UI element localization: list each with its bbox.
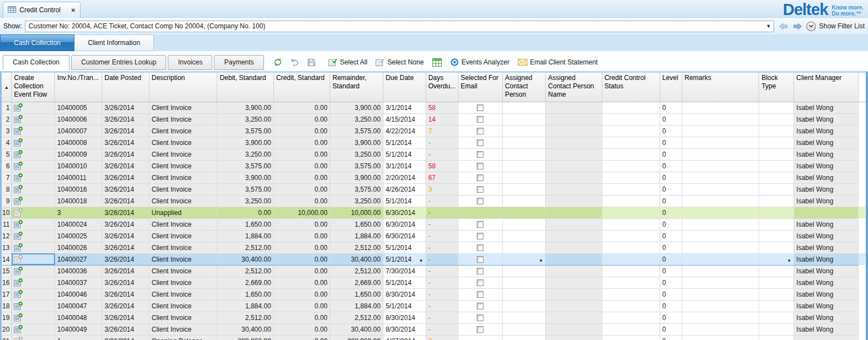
cell-remarks[interactable] xyxy=(682,265,759,277)
cell-selected-for-email[interactable] xyxy=(458,148,503,160)
create-collection-event-icon[interactable] xyxy=(14,266,23,277)
cell-block-type[interactable] xyxy=(759,218,794,230)
cell-remarks[interactable] xyxy=(682,218,759,230)
cell-client-manager[interactable]: Isabel Wong xyxy=(794,265,859,277)
selected-for-email-checkbox[interactable] xyxy=(477,244,483,251)
cell-level[interactable]: 0 xyxy=(660,207,682,218)
create-collection-event-icon[interactable] xyxy=(14,149,23,160)
cell-assigned-contact-person[interactable] xyxy=(502,113,546,125)
cell-credit[interactable]: 0.00 xyxy=(273,218,330,230)
cell-days-overdue[interactable]: - xyxy=(426,277,458,288)
cell-block-type[interactable] xyxy=(759,172,794,183)
cell-description[interactable]: Opening Balance xyxy=(149,335,217,340)
cell-selected-for-email[interactable] xyxy=(458,277,503,288)
cell-date-posted[interactable]: 3/26/2014 xyxy=(102,137,149,148)
cell-credit-control-status[interactable] xyxy=(602,183,660,195)
back-arrow-icon[interactable] xyxy=(777,22,789,31)
cell-remainder[interactable]: 3,575.00 xyxy=(330,160,383,172)
cell-event-flow[interactable] xyxy=(12,207,55,218)
cell-level[interactable]: 0 xyxy=(660,323,682,335)
cell-remarks[interactable] xyxy=(682,207,759,218)
cell-debit[interactable]: 3,900.00 xyxy=(217,102,274,113)
refresh-icon[interactable] xyxy=(270,56,286,69)
cell-debit[interactable]: 30,400.00 xyxy=(217,253,274,265)
cell-due-date[interactable]: 4/22/2014 xyxy=(383,125,426,137)
cell-days-overdue[interactable]: - xyxy=(426,218,458,230)
cell-date-posted[interactable]: 3/26/2014 xyxy=(102,195,149,207)
row-number[interactable]: 11 xyxy=(2,218,12,230)
cell-remarks[interactable] xyxy=(682,137,759,148)
cell-inv-no[interactable]: 10400009 xyxy=(55,148,102,160)
cell-credit[interactable]: 0.00 xyxy=(273,113,330,125)
selected-for-email-checkbox[interactable] xyxy=(477,186,483,193)
cell-days-overdue[interactable]: 2 xyxy=(426,335,458,340)
cell-remainder[interactable]: 2,512.00 xyxy=(330,312,383,323)
cell-selected-for-email[interactable] xyxy=(458,102,503,113)
cell-client-manager[interactable]: Isabel Wong xyxy=(794,277,859,288)
cell-credit[interactable]: 0.00 xyxy=(273,183,330,195)
save-icon[interactable] xyxy=(304,56,319,69)
cell-date-posted[interactable]: 3/26/2014 xyxy=(102,265,149,277)
cell-level[interactable]: 0 xyxy=(660,148,682,160)
cell-block-type[interactable] xyxy=(759,335,794,340)
cell-assigned-contact-person[interactable] xyxy=(502,335,546,340)
cell-inv-no[interactable]: 10400049 xyxy=(55,323,102,335)
cell-selected-for-email[interactable] xyxy=(458,218,503,230)
cell-assigned-contact-person-name[interactable] xyxy=(546,218,602,230)
cell-client-manager[interactable]: Isabel Wong xyxy=(794,288,859,300)
cell-description[interactable]: Client Invoice xyxy=(149,183,217,195)
cell-remarks[interactable] xyxy=(682,312,759,323)
select-none-button[interactable]: Select None xyxy=(372,56,427,69)
cell-level[interactable]: 0 xyxy=(660,160,682,172)
cell-description[interactable]: Client Invoice xyxy=(149,102,217,113)
cell-description[interactable]: Client Invoice xyxy=(149,125,217,137)
cell-due-date[interactable]: 4/26/2014 xyxy=(383,183,426,195)
cell-date-posted[interactable]: 3/26/2014 xyxy=(102,102,149,113)
cell-client-manager[interactable]: Isabel Wong xyxy=(794,312,859,323)
cell-event-flow[interactable] xyxy=(12,335,55,340)
cell-assigned-contact-person-name[interactable] xyxy=(546,335,602,340)
row-number[interactable]: 16 xyxy=(2,277,12,288)
cell-date-posted[interactable]: 3/26/2014 xyxy=(102,277,149,288)
cell-inv-no[interactable]: 10400011 xyxy=(55,172,102,183)
cell-client-manager[interactable]: Isabel Wong xyxy=(794,148,859,160)
row-number[interactable]: 7 xyxy=(2,172,12,183)
cell-selected-for-email[interactable] xyxy=(458,265,503,277)
cell-days-overdue[interactable]: - xyxy=(426,195,458,207)
cell-credit[interactable]: 0.00 xyxy=(273,277,330,288)
cell-selected-for-email[interactable] xyxy=(458,195,503,207)
events-analyzer-button[interactable]: Events Analyzer xyxy=(447,56,513,69)
cell-inv-no[interactable]: 10400016 xyxy=(55,183,102,195)
create-collection-event-icon[interactable] xyxy=(14,196,23,207)
cell-description[interactable]: Client Invoice xyxy=(149,277,217,288)
cell-remarks[interactable] xyxy=(682,300,759,312)
cell-remainder[interactable]: 288,960.00 xyxy=(330,335,383,340)
cell-block-type[interactable] xyxy=(759,277,794,288)
cell-selected-for-email[interactable] xyxy=(458,183,503,195)
cell-remainder[interactable]: 3,575.00 xyxy=(330,183,383,195)
selected-for-email-checkbox[interactable] xyxy=(477,233,483,239)
cell-event-flow[interactable] xyxy=(12,137,55,148)
cell-date-posted[interactable]: 3/26/2014 xyxy=(102,230,149,242)
cell-inv-no[interactable]: 10400025 xyxy=(55,230,102,242)
cell-assigned-contact-person-name[interactable] xyxy=(546,125,602,137)
email-client-statement-button[interactable]: Email Client Statement xyxy=(515,56,601,69)
cell-remainder[interactable]: 1,884.00 xyxy=(330,300,383,312)
cell-debit[interactable]: 2,512.00 xyxy=(217,312,274,323)
cell-assigned-contact-person-name[interactable] xyxy=(546,242,602,253)
cell-remainder[interactable]: 3,250.00 xyxy=(330,113,383,125)
column-header-block-type[interactable]: Block Type xyxy=(759,73,794,102)
cell-event-flow[interactable] xyxy=(12,160,55,172)
column-header-date-posted[interactable]: Date Posted xyxy=(102,73,149,102)
cell-credit[interactable]: 0.00 xyxy=(273,195,330,207)
cell-selected-for-email[interactable] xyxy=(458,207,503,218)
cell-block-type[interactable] xyxy=(759,312,794,323)
cell-assigned-contact-person-name[interactable] xyxy=(546,195,602,207)
cell-block-type[interactable] xyxy=(759,183,794,195)
cell-remainder[interactable]: 30,400.00 xyxy=(330,253,383,265)
create-collection-event-icon[interactable] xyxy=(14,312,23,323)
cell-assigned-contact-person[interactable] xyxy=(502,277,546,288)
selected-for-email-checkbox[interactable] xyxy=(477,279,483,286)
cell-debit[interactable]: 1,884.00 xyxy=(217,230,274,242)
cell-debit[interactable]: 3,900.00 xyxy=(217,172,274,183)
